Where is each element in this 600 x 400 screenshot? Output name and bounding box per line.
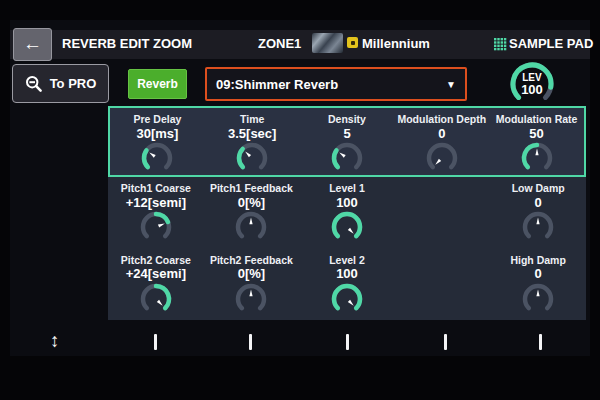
param-pitch1-feedback[interactable]: Pitch1 Feedback0[%] [204,177,300,248]
param-value: +12[semi] [126,195,186,211]
param-value: 100 [336,266,358,282]
param-value: 0 [535,266,542,282]
param-label: Density [328,113,366,126]
knob[interactable] [232,140,272,175]
param-value: 0 [535,195,542,211]
pad-separator [346,334,349,350]
zone-label: ZONE1 [258,36,301,51]
param-label: Level 2 [329,254,365,267]
back-button[interactable]: ← [13,28,52,61]
pad-separator [154,334,157,350]
param-row: Pitch1 Coarse+12[semi]Pitch1 Feedback0[%… [108,177,586,248]
kit-badge-icon [347,37,358,48]
parameter-panel: Pre Delay30[ms]Time3.5[sec]Density5Modul… [108,106,586,320]
param-time[interactable]: Time3.5[sec] [205,108,300,175]
param-value: 0 [438,126,445,142]
kit-thumbnail [312,33,343,53]
knob[interactable] [137,140,177,175]
kit-name: Millennium [362,36,430,51]
knob[interactable] [231,209,271,245]
knob[interactable] [518,281,558,317]
pad-separator [444,334,447,350]
param-label: Pitch1 Feedback [210,182,293,195]
param-empty [395,177,491,248]
knob[interactable] [327,140,367,175]
param-value: 0[%] [238,266,265,282]
param-value: 30[ms] [136,126,178,142]
param-pitch2-feedback[interactable]: Pitch2 Feedback0[%] [204,249,300,320]
param-value: +24[semi] [126,266,186,282]
to-pro-label: To PRO [50,76,97,91]
knob[interactable] [422,140,462,175]
param-row: Pre Delay30[ms]Time3.5[sec]Density5Modul… [108,106,586,177]
param-label: Modulation Rate [496,113,578,126]
zoom-out-icon [25,75,43,93]
param-modulation-depth[interactable]: Modulation Depth0 [394,108,489,175]
param-value: 0[%] [238,195,265,211]
knob[interactable] [136,281,176,317]
pad-separator [249,334,252,350]
to-pro-button[interactable]: To PRO [12,64,109,103]
level-knob[interactable]: LEV 100 [508,60,556,108]
param-label: Modulation Depth [397,113,486,126]
knob[interactable] [136,209,176,245]
param-pre-delay[interactable]: Pre Delay30[ms] [110,108,205,175]
param-row: Pitch2 Coarse+24[semi]Pitch2 Feedback0[%… [108,249,586,320]
param-modulation-rate[interactable]: Modulation Rate50 [489,108,584,175]
screen: ← REVERB EDIT ZOOM ZONE1 Millennium SAMP… [10,20,590,356]
dropdown-caret-icon: ▼ [446,79,465,90]
param-high-damp[interactable]: High Damp0 [490,249,586,320]
pad-separator [539,334,542,350]
param-label: Pitch2 Feedback [210,254,293,267]
knob[interactable] [327,209,367,245]
param-empty [395,249,491,320]
param-value: 50 [529,126,543,142]
param-low-damp[interactable]: Low Damp0 [490,177,586,248]
reverb-type-value: 09:Shimmer Reverb [207,77,446,92]
param-label: Low Damp [512,182,565,195]
param-level-1[interactable]: Level 1100 [299,177,395,248]
param-label: Pitch2 Coarse [121,254,191,267]
param-level-2[interactable]: Level 2100 [299,249,395,320]
effect-tab-reverb[interactable]: Reverb [128,69,187,99]
param-label: Level 1 [329,182,365,195]
param-value: 100 [336,195,358,211]
page-title: REVERB EDIT ZOOM [62,36,192,51]
param-value: 3.5[sec] [228,126,276,142]
param-value: 5 [343,126,350,142]
param-density[interactable]: Density5 [300,108,395,175]
device-frame: ← REVERB EDIT ZOOM ZONE1 Millennium SAMP… [0,0,600,400]
scroll-vertical-icon[interactable]: ↕ [50,330,60,352]
knob[interactable] [231,281,271,317]
knob[interactable] [518,209,558,245]
param-pitch2-coarse[interactable]: Pitch2 Coarse+24[semi] [108,249,204,320]
param-pitch1-coarse[interactable]: Pitch1 Coarse+12[semi] [108,177,204,248]
reverb-type-dropdown[interactable]: 09:Shimmer Reverb ▼ [205,67,467,101]
knob[interactable] [517,140,557,175]
device-label: SAMPLE PAD [509,36,593,51]
knob[interactable] [327,281,367,317]
footer-bar: ↕ [10,330,590,356]
back-arrow-icon: ← [23,34,42,53]
level-knob-value: 100 [521,83,543,96]
param-label: Time [240,113,264,126]
pad-grid-icon [494,37,507,55]
param-label: Pitch1 Coarse [121,182,191,195]
param-label: Pre Delay [133,113,181,126]
param-label: High Damp [510,254,565,267]
